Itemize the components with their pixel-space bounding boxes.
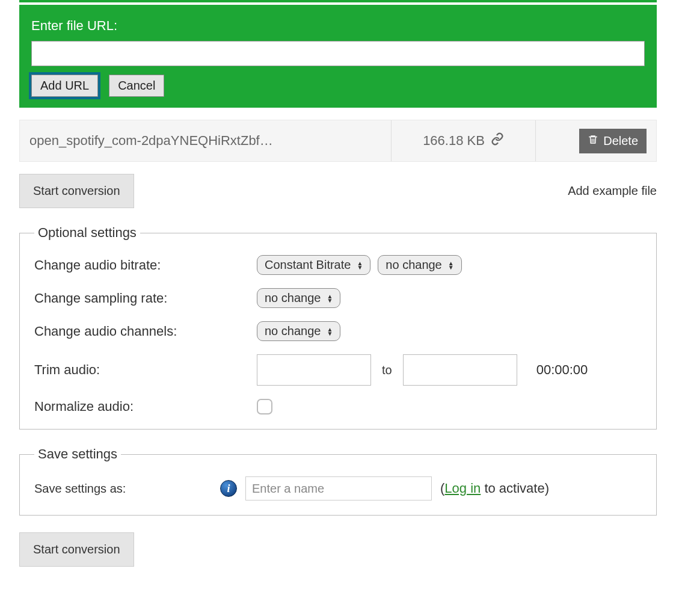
login-link[interactable]: Log in (444, 481, 481, 496)
trim-label: Trim audio: (34, 362, 257, 378)
top-accent-bar (19, 0, 657, 2)
normalize-label: Normalize audio: (34, 399, 257, 414)
channels-label: Change audio channels: (34, 324, 257, 339)
link-icon (491, 132, 504, 149)
url-input[interactable] (31, 41, 645, 66)
url-input-label: Enter file URL: (31, 18, 645, 34)
bitrate-label: Change audio bitrate: (34, 257, 257, 273)
start-conversion-button-bottom[interactable]: Start conversion (19, 532, 134, 567)
sampling-label: Change sampling rate: (34, 291, 257, 306)
start-conversion-button-top[interactable]: Start conversion (19, 174, 134, 208)
optional-settings-fieldset: Optional settings Change audio bitrate: … (19, 225, 657, 430)
channels-value-text: no change (265, 324, 321, 338)
select-arrows-icon: ▲▼ (448, 261, 454, 270)
trim-to-text: to (382, 363, 392, 377)
delete-button[interactable]: Delete (579, 129, 647, 153)
save-settings-label: Save settings as: (34, 482, 126, 496)
add-example-file-link[interactable]: Add example file (568, 184, 657, 198)
normalize-checkbox[interactable] (257, 399, 272, 414)
trim-end-input[interactable] (403, 354, 517, 386)
bitrate-mode-select[interactable]: Constant Bitrate ▲▼ (257, 255, 370, 275)
bitrate-value-text: no change (386, 258, 441, 272)
trash-icon (588, 134, 598, 149)
bitrate-value-select[interactable]: no change ▲▼ (378, 255, 461, 275)
select-arrows-icon: ▲▼ (327, 327, 333, 336)
cancel-button[interactable]: Cancel (109, 75, 164, 97)
delete-button-label: Delete (603, 134, 638, 148)
url-input-panel: Enter file URL: Add URL Cancel (19, 5, 657, 108)
trim-start-input[interactable] (257, 354, 371, 386)
save-name-input[interactable] (245, 476, 432, 500)
activate-text: to activate) (481, 481, 549, 496)
file-name: open_spotify_com-2dpaYNEQHiRxtZbf… (20, 120, 392, 161)
file-row: open_spotify_com-2dpaYNEQHiRxtZbf… 166.1… (19, 120, 657, 162)
file-size-cell: 166.18 KB (392, 120, 536, 161)
bitrate-mode-value: Constant Bitrate (265, 258, 351, 272)
save-settings-fieldset: Save settings Save settings as: i (Log i… (19, 446, 657, 516)
info-icon[interactable]: i (220, 480, 237, 497)
select-arrows-icon: ▲▼ (327, 294, 333, 303)
sampling-select[interactable]: no change ▲▼ (257, 288, 340, 308)
add-url-button[interactable]: Add URL (31, 75, 98, 97)
optional-settings-legend: Optional settings (34, 225, 140, 241)
select-arrows-icon: ▲▼ (357, 261, 363, 270)
sampling-value-text: no change (265, 291, 321, 305)
save-settings-legend: Save settings (34, 446, 121, 462)
trim-duration: 00:00:00 (536, 362, 588, 378)
file-size-text: 166.18 KB (423, 133, 485, 149)
login-hint: (Log in to activate) (440, 481, 549, 496)
channels-select[interactable]: no change ▲▼ (257, 321, 340, 341)
